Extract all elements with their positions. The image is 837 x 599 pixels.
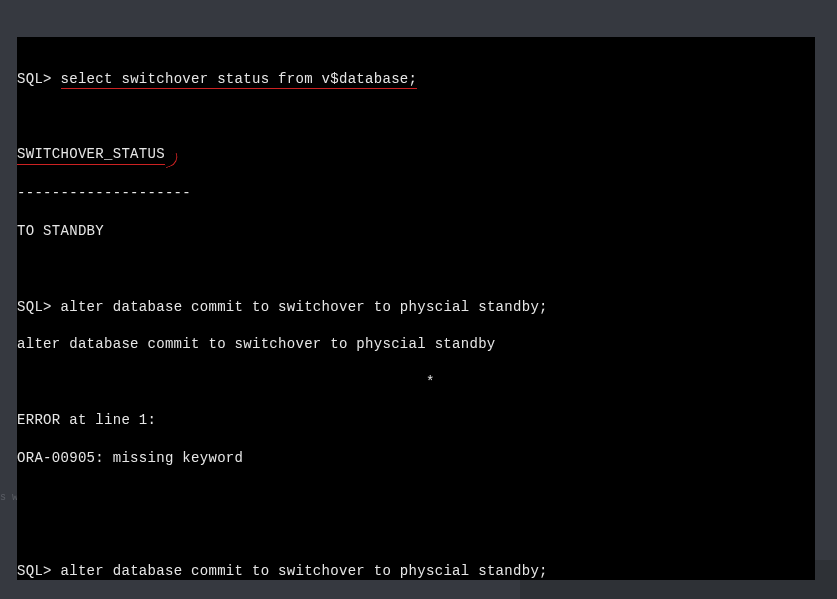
column-divider: --------------------	[17, 184, 815, 203]
terminal-window[interactable]: SQL> select switchover status from v$dat…	[17, 37, 815, 580]
cmd-alter-physcial-1: alter database commit to switchover to p…	[61, 299, 548, 315]
cmd-alter-physcial-2: alter database commit to switchover to p…	[61, 563, 548, 579]
sql-prompt: SQL>	[17, 299, 52, 315]
watermark: s w	[0, 492, 18, 503]
sql-prompt: SQL>	[17, 563, 52, 579]
echo-line: alter database commit to switchover to p…	[17, 335, 815, 354]
terminal-output: SQL> select switchover status from v$dat…	[17, 37, 815, 599]
cmd-select-switchover: select switchover status from v$database…	[61, 71, 418, 89]
column-header: SWITCHOVER_STATUS	[17, 145, 165, 165]
error-ora-00905: ORA-00905: missing keyword	[17, 449, 815, 468]
error-line: ERROR at line 1:	[17, 411, 815, 430]
sql-prompt: SQL>	[17, 71, 52, 87]
error-marker: *	[17, 373, 815, 392]
column-value: TO STANDBY	[17, 222, 815, 241]
